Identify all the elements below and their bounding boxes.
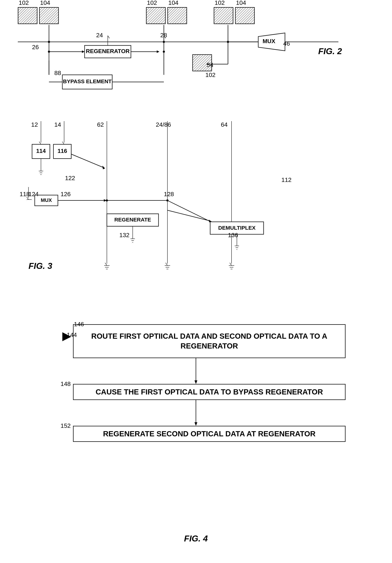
svg-marker-66 — [102, 166, 105, 169]
svg-rect-6 — [85, 45, 131, 58]
svg-marker-101 — [194, 422, 197, 426]
svg-line-31 — [108, 36, 110, 38]
transceiver-box-2a: 102 — [146, 7, 166, 24]
svg-rect-18 — [62, 75, 112, 89]
svg-line-47 — [105, 263, 107, 266]
fig3-label: FIG. 3 — [28, 261, 52, 271]
transceiver-box-3b: 104 — [235, 7, 255, 24]
transceiver-box-1b: 104 — [39, 7, 59, 24]
fig4-label: FIG. 4 — [184, 534, 208, 543]
svg-text:MUX: MUX — [41, 197, 52, 203]
svg-text:REGENERATOR: REGENERATOR — [86, 48, 130, 54]
svg-text:DEMULTIPLEX: DEMULTIPLEX — [218, 225, 255, 231]
svg-marker-77 — [104, 199, 106, 202]
svg-text:114: 114 — [36, 148, 46, 154]
fig2-label: FIG. 2 — [318, 46, 342, 56]
svg-rect-40 — [236, 8, 255, 24]
svg-rect-35 — [18, 8, 38, 24]
step3-box: REGENERATE SECOND OPTICAL DATA AT REGENE… — [73, 426, 345, 442]
svg-point-16 — [48, 51, 50, 53]
svg-rect-38 — [168, 8, 187, 24]
svg-rect-63 — [53, 144, 71, 159]
svg-point-2 — [48, 41, 50, 43]
transceiver-box-1a: 102 — [18, 7, 38, 24]
svg-marker-99 — [194, 380, 197, 384]
svg-text:REGENERATE: REGENERATE — [114, 217, 151, 223]
svg-line-43 — [39, 142, 41, 144]
fig4-diagram: ROUTE FIRST OPTIICAL DATA AND SECOND OPT… — [36, 303, 356, 549]
transceiver-box-3a: 102 — [214, 7, 233, 24]
svg-line-52 — [166, 263, 167, 266]
svg-line-80 — [167, 210, 210, 221]
svg-line-57 — [230, 263, 231, 266]
step1-box: ROUTE FIRST OPTIICAL DATA AND SECOND OPT… — [73, 324, 345, 358]
fig2-diagram: REGENERATOR BYPASS ELEMENT MUX — [18, 7, 356, 105]
svg-line-96 — [167, 200, 210, 221]
svg-point-24 — [227, 41, 229, 43]
svg-rect-36 — [40, 8, 59, 24]
svg-marker-81 — [209, 220, 212, 222]
fig3-diagram: 114 116 MUX REGENERATE — [18, 121, 356, 282]
svg-marker-25 — [258, 33, 285, 51]
svg-point-94 — [166, 199, 168, 202]
step2-box: CAUSE THE FIRST OPTICAL DATA TO BYPASS R… — [73, 384, 345, 400]
svg-point-11 — [163, 41, 165, 43]
svg-line-45 — [62, 142, 64, 144]
svg-point-13 — [163, 51, 165, 53]
svg-rect-37 — [147, 8, 166, 24]
svg-point-79 — [106, 199, 108, 202]
svg-rect-61 — [32, 144, 50, 159]
svg-rect-82 — [107, 214, 159, 226]
svg-line-65 — [71, 154, 103, 167]
transceiver-box-2b: 104 — [167, 7, 187, 24]
svg-marker-9 — [157, 51, 159, 53]
svg-text:116: 116 — [58, 148, 67, 154]
svg-rect-39 — [214, 8, 233, 24]
svg-text:BYPASS ELEMENT: BYPASS ELEMENT — [63, 78, 112, 84]
svg-marker-5 — [82, 51, 85, 53]
svg-text:MUX: MUX — [263, 38, 275, 44]
